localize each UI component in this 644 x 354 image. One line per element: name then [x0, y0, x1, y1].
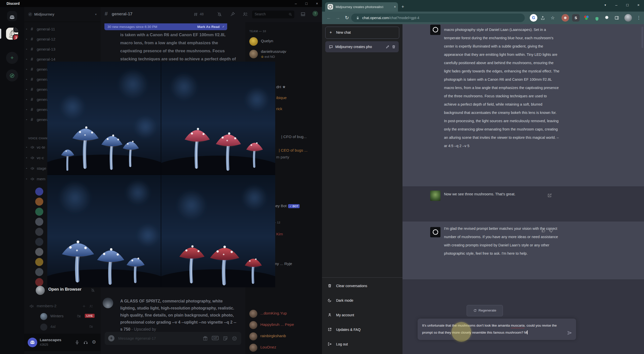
profile-avatar[interactable] [624, 14, 632, 22]
voice-user-row[interactable]: Winters LIVE [24, 312, 101, 322]
extensions-puzzle-icon[interactable] [604, 15, 609, 20]
prompt-input-box[interactable]: It's unfortunate that the mushrooms don'… [418, 319, 576, 340]
menu-my-account[interactable]: My account [322, 308, 403, 322]
attach-plus-icon[interactable]: + [108, 335, 114, 341]
discord-close-button[interactable]: × [312, 0, 322, 7]
server-header[interactable]: ✓ Midjourney ▾ [24, 7, 101, 22]
member-name-fragment[interactable]: ibique [276, 96, 287, 100]
voice-member-row[interactable] [35, 228, 43, 238]
edit-message-icon[interactable] [547, 193, 552, 198]
message-input-bar[interactable]: + Message #general-17 GIF [105, 332, 241, 345]
settings-gear-icon[interactable]: ⚙ [92, 339, 96, 345]
sticker-icon[interactable] [223, 336, 228, 341]
lock-icon[interactable] [356, 16, 360, 20]
discord-home-button[interactable] [7, 11, 17, 21]
chrome-maximize-button[interactable]: □ [622, 0, 633, 10]
member-row[interactable]: rainbirgkshanb [245, 332, 322, 343]
channel-item[interactable]: ▸ # general-13 [24, 45, 101, 55]
mushroom-image-top-left[interactable] [47, 62, 161, 174]
bookmark-star-icon[interactable]: ☆ [549, 14, 556, 22]
reload-button[interactable]: ↻ [343, 14, 351, 22]
channel-item[interactable]: ▸ # general-11 [24, 25, 101, 35]
menu-log-out[interactable]: Log out [322, 337, 403, 351]
voice-member-row[interactable] [35, 188, 43, 198]
back-button[interactable]: ← [325, 14, 333, 22]
add-server-button[interactable]: + [6, 52, 18, 64]
voice-member-row[interactable] [35, 198, 43, 208]
voice-member-row[interactable] [35, 208, 43, 218]
member-row[interactable]: danielrussruqv ♔ evil NO [245, 49, 322, 61]
send-icon[interactable] [567, 330, 572, 335]
extension-icon-shield[interactable] [593, 14, 601, 22]
member-name-fragment[interactable]: dH ★ [276, 85, 286, 89]
chat-history-item[interactable]: Midjourney creates pho [325, 41, 399, 52]
browser-tab[interactable]: Midjourney creates photorealisti × [325, 2, 398, 12]
explore-servers-button[interactable] [6, 69, 18, 81]
side-panel-icon[interactable] [614, 15, 619, 20]
mushroom-image-bottom-left[interactable] [47, 175, 161, 287]
voice-member-row[interactable] [35, 238, 43, 248]
member-row[interactable]: Happybruh ... Pepe [245, 321, 322, 332]
member-name-fragment[interactable]: m party [276, 155, 289, 159]
rename-chat-icon[interactable] [386, 45, 390, 49]
thumbs-down-icon[interactable] [549, 229, 554, 233]
discord-maximize-button[interactable]: □ [301, 0, 311, 7]
mark-as-read-button[interactable]: Mark As Read [197, 23, 220, 30]
inbox-icon[interactable] [300, 12, 306, 17]
menu-dark-mode[interactable]: Dark mode [322, 293, 403, 308]
chrome-close-button[interactable]: × [633, 0, 644, 10]
forward-button[interactable]: → [334, 14, 342, 22]
tab-search-chevron[interactable]: ▾ [600, 0, 611, 10]
voice-user-row[interactable]: 4al [24, 323, 101, 333]
member-row[interactable]: Quelyn [245, 37, 322, 48]
address-bar[interactable]: chat.openai.com/chat?model=gpt-4 [351, 14, 525, 22]
share-icon[interactable] [540, 16, 545, 20]
mic-icon[interactable] [75, 340, 79, 345]
tab-close-icon[interactable]: × [394, 2, 396, 12]
discord-minimize-button[interactable]: – [291, 0, 301, 7]
member-name-fragment[interactable]: | CEO of bugs ... [279, 148, 307, 153]
mushroom-image-top-right[interactable] [161, 62, 275, 174]
chrome-menu-kebab-icon[interactable]: ⋮ [635, 14, 642, 22]
voice-member-row[interactable] [35, 258, 43, 268]
member-list-icon[interactable] [243, 12, 248, 17]
thumbs-up-icon[interactable] [541, 228, 546, 233]
google-extension-icon[interactable]: G [530, 14, 537, 22]
chrome-minimize-button[interactable]: – [611, 0, 622, 10]
member-name-fragment[interactable]: rick [276, 107, 282, 111]
new-messages-banner[interactable]: 30 new messages since 6:30 PM Mark As Re… [104, 23, 227, 30]
mushroom-image-bottom-right[interactable] [161, 175, 275, 287]
member-row[interactable]: ...domKing.Yup [245, 310, 322, 321]
voice-member-row[interactable] [35, 248, 43, 258]
threads-icon[interactable] [193, 12, 198, 17]
new-chat-button[interactable]: + New chat [325, 27, 399, 39]
member-name-fragment[interactable]: Kim [276, 232, 283, 236]
member-name-fragment[interactable]: my ... Ryje [274, 261, 292, 266]
voice-member-row[interactable] [35, 218, 43, 228]
message-avatar[interactable] [103, 298, 113, 308]
voice-member-row[interactable] [35, 268, 43, 278]
notifications-muted-icon[interactable] [217, 12, 222, 17]
gif-icon[interactable]: GIF [212, 336, 219, 340]
emoji-icon[interactable] [232, 336, 237, 341]
extension-icon-s[interactable]: S [572, 14, 580, 22]
search-input[interactable]: Search [252, 11, 294, 18]
server-icon-midjourney[interactable]: 3 [6, 28, 18, 40]
pinned-messages-icon[interactable] [230, 12, 235, 17]
scrollbar-thumb[interactable] [641, 27, 643, 48]
menu-clear-conversations[interactable]: Clear conversations [322, 279, 403, 293]
gift-icon[interactable] [203, 336, 208, 341]
help-icon[interactable]: ? [312, 11, 318, 16]
menu-updates-faq[interactable]: Updates & FAQ [322, 322, 403, 337]
regenerate-response-button[interactable]: Regenerate response [467, 305, 503, 316]
new-tab-button[interactable]: + [401, 2, 404, 12]
extension-icon-rgb[interactable] [583, 14, 590, 22]
midjourney-image-grid[interactable] [47, 62, 275, 287]
headphones-icon[interactable] [83, 340, 88, 345]
delete-chat-icon[interactable] [392, 45, 396, 49]
member-name-fragment[interactable]: | CFO of bug... [281, 135, 307, 139]
channel-item[interactable]: ▸ # general-12 [24, 35, 101, 45]
member-row[interactable]: LouOnez [245, 344, 322, 354]
extension-icon-red[interactable] [561, 14, 569, 22]
voice-channel-members-2[interactable]: members-2 [24, 302, 101, 312]
